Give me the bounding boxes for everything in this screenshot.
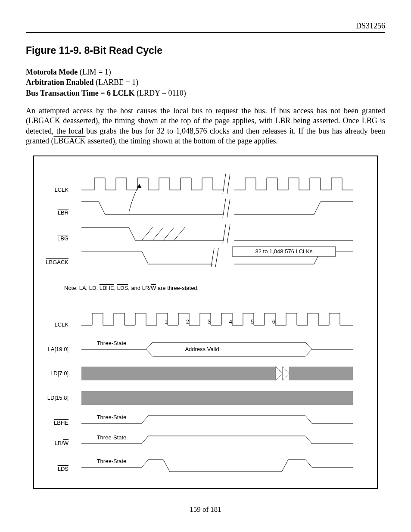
la-three-state: Three-State — [97, 340, 127, 346]
label-lbhe: LBHE — [54, 420, 68, 426]
lds-three-state: Three-State — [97, 458, 127, 464]
la-addr-valid: Address Valid — [185, 346, 219, 352]
cycle-4: 4 — [229, 318, 232, 325]
page-number: 159 of 181 — [26, 505, 385, 514]
mode-1-rest: (LIM = 1) — [78, 68, 111, 76]
mode-block: Motorola Mode (LIM = 1) Arbitration Enab… — [26, 67, 385, 98]
note-line: Note: LA, LD, LBHE, LDS, and LR/W are th… — [64, 285, 199, 291]
lclk-range-text: 32 to 1,048,576 LCLKs — [255, 248, 313, 255]
mode-line-3: Bus Transaction Time = 6 LCLK (LRDY = 01… — [26, 88, 385, 98]
mode-3-rest: (LRDY = 0110) — [134, 89, 186, 97]
wave-lbg — [81, 224, 353, 243]
label-lclk-bot: LCLK — [54, 321, 68, 328]
page: DS31256 Figure 11-9. 8-Bit Read Cycle Mo… — [0, 0, 411, 531]
wave-lbr — [81, 199, 353, 218]
wave-ld-hi — [81, 391, 353, 405]
wave-lclk-top — [81, 174, 353, 194]
cycle-1: 1 — [165, 318, 168, 325]
cycle-2: 2 — [186, 318, 189, 325]
para-sig-3: LBG — [362, 116, 377, 125]
label-lds: LDS — [58, 466, 69, 472]
figure-number: Figure 11-9. — [26, 45, 81, 56]
label-la: LA[19:0] — [48, 346, 68, 352]
timing-diagram: LCLK LBR LBG — [33, 156, 378, 489]
wave-ld-lo — [81, 367, 353, 380]
note-s2: LDS — [117, 285, 128, 291]
timing-svg: LCLK LBR LBG — [43, 165, 368, 475]
para-text-2: deasserted), the timing shown at the top… — [60, 116, 275, 125]
para-text-3: being asserted. Once — [290, 116, 361, 125]
arrow-curve — [129, 184, 140, 212]
svg-line-1 — [153, 227, 163, 240]
figure-title: Figure 11-9. 8-Bit Read Cycle — [26, 45, 385, 56]
body-paragraph: An attempted access by the host causes t… — [26, 106, 385, 146]
para-sig-4: LBGACK — [53, 137, 85, 145]
mode-line-1: Motorola Mode (LIM = 1) — [26, 67, 385, 77]
para-sig-2: LBR — [275, 116, 290, 125]
svg-line-0 — [142, 227, 153, 240]
cycle-3: 3 — [208, 318, 211, 325]
doc-id: DS31256 — [356, 22, 385, 30]
mode-1-bold: Motorola Mode — [26, 68, 78, 76]
label-ld-lo: LD[7:0] — [50, 370, 68, 376]
label-lrw: LR/W — [54, 440, 68, 446]
note-m1: , — [114, 285, 117, 291]
note-post: are three-stated. — [156, 285, 199, 291]
cycle-6: 6 — [272, 318, 275, 325]
svg-rect-7 — [81, 367, 275, 380]
note-s3: W — [151, 285, 156, 291]
figure-name: 8-Bit Read Cycle — [84, 45, 163, 56]
mode-3-bold: Bus Transaction Time = 6 LCLK — [26, 89, 134, 97]
lrw-pre: LR/ — [54, 440, 63, 446]
mode-line-2: Arbitration Enabled (LARBE = 1) — [26, 77, 385, 87]
label-lbgack: LBGACK — [46, 259, 68, 265]
label-lbr: LBR — [58, 209, 68, 216]
svg-rect-8 — [289, 367, 353, 380]
label-ld-hi: LD[15:8] — [47, 395, 68, 401]
label-lclk-top: LCLK — [54, 187, 68, 193]
svg-line-3 — [174, 227, 185, 240]
lbhe-three-state: Three-State — [97, 414, 127, 420]
mode-2-bold: Arbitration Enabled — [26, 78, 94, 87]
para-text-5: asserted), the timing shown at the botto… — [85, 137, 277, 145]
label-lbg: LBG — [57, 235, 68, 242]
para-sig-1: LBGACK — [28, 116, 60, 125]
cycle-5: 5 — [251, 318, 254, 325]
lrw-w: W — [63, 440, 69, 446]
lrw-three-state: Three-State — [97, 434, 127, 441]
mode-2-rest: (LARBE = 1) — [94, 78, 139, 87]
svg-line-2 — [163, 227, 174, 240]
note-m2: , and LR/ — [128, 285, 151, 291]
note-pre: Note: LA, LD, — [64, 285, 100, 291]
note-s1: LBHE — [100, 285, 114, 291]
header: DS31256 — [26, 22, 385, 33]
wave-lclk-bot — [81, 313, 353, 325]
